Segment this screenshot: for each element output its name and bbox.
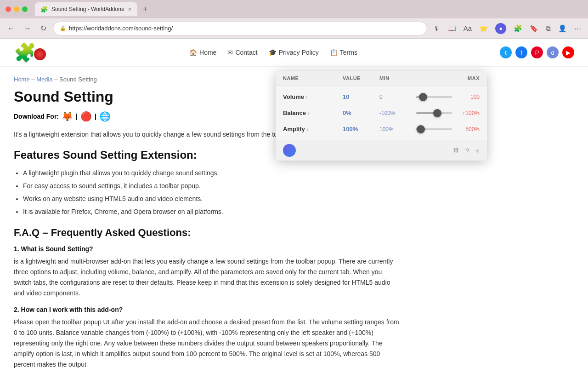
- opera-badge[interactable]: 🔴: [80, 111, 92, 122]
- forward-button[interactable]: →: [21, 23, 34, 34]
- download-label: Download For:: [14, 113, 59, 120]
- active-extension-icon: ●: [495, 23, 506, 34]
- pinterest-link[interactable]: P: [531, 46, 543, 58]
- feature-item: For easy access to sound settings, it in…: [23, 181, 400, 192]
- nav-terms[interactable]: 📋 Terms: [330, 49, 357, 56]
- col-header-name: NAME: [283, 75, 343, 81]
- firefox-badge[interactable]: 🦊: [62, 111, 73, 122]
- translate-button[interactable]: Aa: [461, 23, 474, 34]
- nav-contact[interactable]: ✉ Contact: [227, 49, 257, 56]
- browser-toolbar: ← → ↻ 🔒 https://worldaddons.com/sound-se…: [0, 18, 588, 39]
- balance-fill: [416, 112, 434, 114]
- contact-nav-icon: ✉: [227, 49, 233, 56]
- faq-q2: 2. How can I work with this add-on?: [14, 306, 400, 313]
- maximize-window-button[interactable]: [22, 6, 28, 12]
- settings-button[interactable]: ⚙: [453, 146, 459, 155]
- favorites-button[interactable]: ⭐: [477, 23, 490, 34]
- amplify-min: 100%: [379, 126, 416, 132]
- site-navigation: 🏠 Home ✉ Contact 🎓 Privacy Policy 📋 Term…: [189, 49, 357, 56]
- volume-max: 100: [452, 94, 480, 100]
- footer-actions: ⚙ ? ♥: [453, 146, 480, 155]
- col-header-value: VALUE: [343, 75, 379, 81]
- site-header: 🧩 🏠 Home ✉ Contact 🎓 Privacy Policy 📋: [0, 39, 588, 67]
- nav-privacy[interactable]: 🎓 Privacy Policy: [269, 49, 319, 56]
- amplify-row: Amplify › 100% 100% 500%: [276, 121, 487, 137]
- balance-track: [416, 112, 452, 114]
- lock-icon: 🔒: [60, 25, 66, 31]
- volume-chevron: ›: [306, 94, 308, 100]
- new-tab-button[interactable]: +: [141, 5, 150, 14]
- active-tab[interactable]: 🧩 Sound Setting - WorldAddons ✕: [35, 2, 137, 16]
- volume-value: 10: [343, 93, 379, 100]
- balance-row: Balance › 0% -100% +100%: [276, 105, 487, 121]
- help-button[interactable]: ?: [465, 147, 469, 155]
- breadcrumb-home[interactable]: Home: [14, 76, 30, 83]
- faq-q1: 1. What is Sound Setting?: [14, 245, 400, 253]
- balance-value: 0%: [343, 109, 379, 116]
- profile-button[interactable]: 👤: [556, 23, 569, 34]
- feature-item: Works on any website using HTML5 audio a…: [23, 194, 400, 205]
- chrome-badge[interactable]: 🌐: [99, 111, 111, 122]
- balance-slider[interactable]: [416, 112, 452, 114]
- nav-home[interactable]: 🏠 Home: [189, 49, 216, 56]
- browser-titlebar: 🧩 Sound Setting - WorldAddons ✕ +: [0, 0, 588, 18]
- toolbar-icons: 🎙 📖 Aa ⭐ ● 🧩 🔖 ⧉ 👤 ⋯: [431, 21, 583, 36]
- faq-title: F.A.Q – Frequently Asked Questions:: [14, 227, 400, 239]
- volume-min: 0: [379, 94, 416, 100]
- faq-a2: Please open the toolbar popup UI after y…: [14, 317, 400, 368]
- logo-accent: [33, 47, 47, 61]
- balance-thumb[interactable]: [433, 109, 441, 117]
- menu-button[interactable]: ⋯: [572, 23, 583, 34]
- volume-thumb[interactable]: [419, 93, 427, 101]
- features-list: A lightweight plugin that allows you to …: [14, 168, 400, 217]
- volume-slider[interactable]: [416, 96, 452, 98]
- popup-rows: Volume › 10 0 100: [276, 86, 487, 140]
- extensions-button[interactable]: ●: [493, 21, 509, 36]
- volume-track: [416, 96, 452, 98]
- faq-a1: is a lightweight and multi-browser add-o…: [14, 256, 400, 299]
- reload-button[interactable]: ↻: [38, 22, 49, 34]
- col-header-min: MIN: [379, 75, 416, 81]
- col-header-max: MAX: [452, 75, 480, 81]
- col-header-slider: [416, 75, 452, 81]
- extensions-menu-button[interactable]: 🧩: [511, 23, 525, 34]
- user-avatar: [283, 144, 296, 157]
- amplify-max: 500%: [452, 126, 480, 132]
- voice-search-button[interactable]: 🎙: [431, 23, 442, 34]
- tab-title: Sound Setting - WorldAddons: [51, 6, 124, 12]
- collections-button[interactable]: ⧉: [543, 23, 553, 34]
- youtube-link[interactable]: ▶: [562, 46, 574, 58]
- home-nav-icon: 🏠: [189, 49, 197, 56]
- back-button[interactable]: ←: [5, 23, 17, 34]
- twitter-link[interactable]: t: [500, 46, 512, 58]
- close-window-button[interactable]: [6, 6, 11, 12]
- breadcrumb-current: Sound Setting: [59, 76, 97, 83]
- site-logo: 🧩: [14, 43, 47, 62]
- minimize-window-button[interactable]: [14, 6, 19, 12]
- popup-header: NAME VALUE MIN MAX: [276, 71, 487, 86]
- tab-favicon: 🧩: [40, 6, 48, 13]
- browser-window: 🧩 Sound Setting - WorldAddons ✕ + ← → ↻ …: [0, 0, 588, 368]
- feature-item: It is available for Firefox, Chrome, and…: [23, 207, 400, 218]
- amplify-track: [416, 128, 452, 130]
- traffic-lights: [6, 6, 28, 12]
- amplify-label: Amplify ›: [283, 126, 343, 132]
- balance-label: Balance ›: [283, 109, 343, 116]
- balance-min: -100%: [379, 110, 416, 116]
- sound-setting-popup: NAME VALUE MIN MAX Volume › 10 0: [276, 71, 487, 161]
- tab-close-button[interactable]: ✕: [128, 6, 132, 12]
- feature-item: A lightweight plugin that allows you to …: [23, 168, 400, 179]
- balance-max: +100%: [452, 110, 480, 116]
- bookmark-button[interactable]: 🔖: [527, 23, 541, 34]
- breadcrumb-media[interactable]: Media: [36, 76, 52, 83]
- favorite-button[interactable]: ♥: [475, 147, 480, 155]
- reading-list-button[interactable]: 📖: [445, 23, 458, 34]
- volume-row: Volume › 10 0 100: [276, 89, 487, 105]
- amplify-value: 100%: [343, 126, 379, 132]
- address-bar[interactable]: 🔒 https://worldaddons.com/sound-setting/: [53, 22, 427, 35]
- facebook-link[interactable]: f: [515, 46, 527, 58]
- balance-chevron: ›: [308, 110, 310, 116]
- amplify-thumb[interactable]: [417, 125, 425, 133]
- discord-link[interactable]: d: [547, 46, 559, 58]
- amplify-slider[interactable]: [416, 128, 452, 130]
